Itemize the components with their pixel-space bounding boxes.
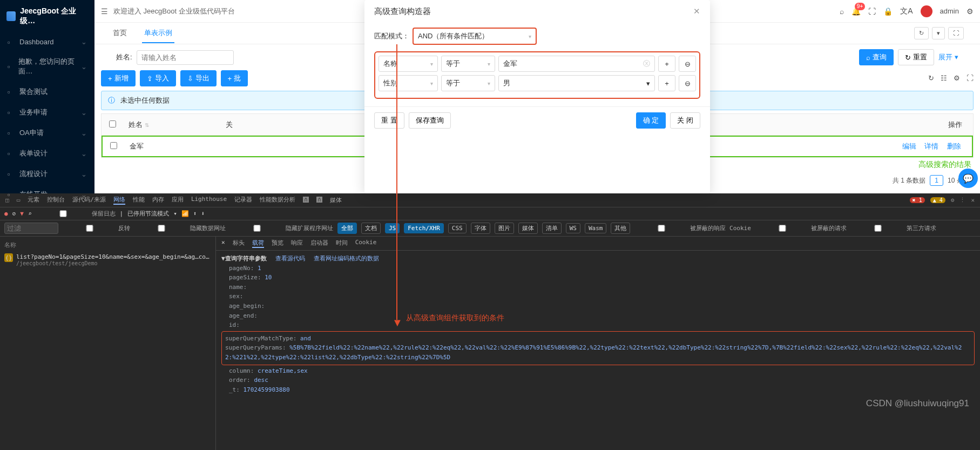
type-ws[interactable]: WS bbox=[566, 223, 580, 233]
fullscreen-icon[interactable]: ⛶ bbox=[868, 7, 876, 16]
detail-tab[interactable]: 启动器 bbox=[310, 239, 328, 248]
detail-link[interactable]: 详情 bbox=[924, 142, 938, 150]
add-condition-button[interactable]: + bbox=[658, 75, 675, 91]
condition-field-select[interactable]: 名称▾ bbox=[379, 56, 438, 72]
select-all-checkbox[interactable] bbox=[109, 120, 116, 127]
type-other[interactable]: 其他 bbox=[611, 223, 630, 234]
download-icon[interactable]: ⬇ bbox=[201, 210, 205, 217]
pager-current[interactable]: 1 bbox=[930, 175, 943, 186]
clear-icon[interactable]: ⊘ bbox=[12, 210, 16, 217]
username[interactable]: admin bbox=[940, 7, 959, 15]
condition-value-input[interactable]: 金军ⓧ bbox=[498, 56, 655, 72]
invert-checkbox[interactable]: 反转 bbox=[63, 224, 130, 232]
modal-save-button[interactable]: 保存查询 bbox=[409, 112, 451, 129]
devtools-settings-icon[interactable]: ⚙ bbox=[951, 197, 955, 204]
condition-op-select[interactable]: 等于▾ bbox=[441, 56, 495, 72]
edit-link[interactable]: 编辑 bbox=[902, 142, 916, 150]
preserve-log-checkbox[interactable]: 保留日志 bbox=[36, 210, 116, 218]
modal-ok-button[interactable]: 确 定 bbox=[636, 112, 666, 129]
query-button[interactable]: ⌕ 查询 bbox=[859, 49, 894, 65]
tab[interactable]: 单表示例 bbox=[142, 24, 174, 43]
wifi-icon[interactable]: 📶 bbox=[181, 210, 189, 217]
sort-icon[interactable]: ⇅ bbox=[145, 122, 149, 128]
refresh-icon[interactable]: ↻ bbox=[928, 74, 934, 83]
type-css[interactable]: CSS bbox=[448, 223, 467, 233]
sidebar-logo[interactable]: JeecgBoot 企业级… bbox=[0, 0, 94, 32]
tab-dropdown[interactable]: ▾ bbox=[932, 27, 945, 39]
devtools-close-icon[interactable]: ✕ bbox=[971, 197, 975, 204]
devtools-tab[interactable]: 源代码/来源 bbox=[72, 196, 106, 205]
sidebar-item[interactable]: ▫抱歉，您访问的页面…⌄ bbox=[0, 51, 94, 82]
search-network-icon[interactable]: ⌕ bbox=[28, 210, 32, 217]
detail-tab[interactable]: 响应 bbox=[291, 239, 303, 248]
settings-icon[interactable]: ⚙ bbox=[954, 74, 960, 83]
devtools-tab[interactable]: 内存 bbox=[152, 196, 164, 205]
chat-bubble[interactable]: 💬 bbox=[958, 169, 978, 188]
device-icon[interactable]: ▭ bbox=[17, 197, 21, 204]
gear-icon[interactable]: ⚙ bbox=[967, 7, 974, 16]
refresh-button[interactable]: ↻ bbox=[914, 27, 929, 39]
sidebar-item[interactable]: ▫OA申请⌄ bbox=[0, 123, 94, 143]
import-button[interactable]: ⇪ 导入 bbox=[140, 70, 176, 86]
error-badge[interactable]: ✖ 1 bbox=[910, 197, 925, 203]
detail-tab[interactable]: 预览 bbox=[272, 239, 283, 248]
third-party-checkbox[interactable]: 第三方请求 bbox=[851, 224, 936, 232]
expand-link[interactable]: 展开 ▾ bbox=[938, 52, 958, 62]
type-manifest[interactable]: 清单 bbox=[542, 223, 562, 234]
blocked-req-checkbox[interactable]: 被屏蔽的请求 bbox=[755, 224, 847, 232]
detail-tab[interactable]: 载荷 bbox=[252, 239, 264, 248]
avatar[interactable] bbox=[921, 5, 932, 17]
recorder-icon[interactable]: 🅰 bbox=[303, 197, 309, 204]
add-button[interactable]: + 新增 bbox=[101, 70, 136, 86]
devtools-tab[interactable]: 网络 bbox=[113, 196, 125, 205]
condition-op-select[interactable]: 等于▾ bbox=[441, 75, 495, 91]
col-name[interactable]: 姓名 bbox=[129, 120, 143, 129]
close-icon[interactable]: ✕ bbox=[693, 6, 700, 17]
row-checkbox[interactable] bbox=[110, 142, 117, 149]
detail-tab[interactable]: Cookie bbox=[355, 239, 377, 248]
type-img[interactable]: 图片 bbox=[495, 223, 514, 234]
match-mode-select[interactable]: AND（所有条件匹配）▾ bbox=[413, 28, 537, 45]
modal-reset-button[interactable]: 重 置 bbox=[374, 112, 404, 129]
warn-badge[interactable]: ▲ 4 bbox=[930, 197, 945, 203]
detail-close-icon[interactable]: ✕ bbox=[221, 239, 225, 248]
export-button[interactable]: ⇩ 导出 bbox=[180, 70, 217, 86]
bell-icon[interactable]: 🔔9+ bbox=[851, 7, 861, 16]
density-icon[interactable]: ☷ bbox=[941, 74, 947, 83]
devtools-tab[interactable]: Lighthouse bbox=[191, 196, 227, 205]
record-icon[interactable]: ● bbox=[4, 210, 8, 217]
delete-link[interactable]: 删除 bbox=[947, 142, 961, 150]
condition-value-input[interactable]: 男▾ bbox=[498, 75, 655, 91]
remove-condition-button[interactable]: ⊖ bbox=[679, 56, 696, 72]
devtools-tab[interactable]: 性能 bbox=[133, 196, 145, 205]
sidebar-item[interactable]: ▫Dashboard⌄ bbox=[0, 32, 94, 51]
lock-icon[interactable]: 🔒 bbox=[883, 7, 893, 16]
sidebar-item[interactable]: ▫业务申请⌄ bbox=[0, 102, 94, 123]
type-doc[interactable]: 文档 bbox=[361, 223, 381, 234]
condition-field-select[interactable]: 性别▾ bbox=[379, 75, 438, 91]
sidebar-item[interactable]: ▫聚合测试 bbox=[0, 82, 94, 102]
hide-ext-checkbox[interactable]: 隐藏扩展程序网址 bbox=[230, 224, 333, 232]
type-all[interactable]: 全部 bbox=[337, 223, 357, 234]
clear-icon[interactable]: ⓧ bbox=[643, 59, 650, 69]
sidebar-item[interactable]: ▫表单设计⌄ bbox=[0, 143, 94, 164]
throttle-select[interactable]: 已停用节流模式 bbox=[127, 210, 169, 218]
hide-data-checkbox[interactable]: 隐藏数据网址 bbox=[134, 224, 226, 232]
fullscreen-table-icon[interactable]: ⛶ bbox=[967, 74, 974, 83]
modal-close-button[interactable]: 关 闭 bbox=[670, 112, 700, 129]
perf-icon[interactable]: 🅰 bbox=[316, 197, 322, 204]
add-condition-button[interactable]: + bbox=[658, 56, 675, 72]
remove-condition-button[interactable]: ⊖ bbox=[679, 75, 696, 91]
request-item[interactable]: {} list?pageNo=1&pageSize=10&name=&sex=&… bbox=[3, 251, 212, 268]
blocked-cookie-checkbox[interactable]: 被屏蔽的响应 Cookie bbox=[634, 224, 751, 232]
reset-button[interactable]: ↻ 重置 bbox=[898, 49, 934, 65]
tab-expand[interactable]: ⛶ bbox=[948, 27, 964, 39]
devtools-tab[interactable]: 性能数据分析 bbox=[260, 196, 295, 205]
sidebar-item[interactable]: ▫流程设计⌄ bbox=[0, 164, 94, 184]
name-input[interactable] bbox=[137, 50, 234, 65]
type-font[interactable]: 字体 bbox=[471, 223, 490, 234]
devtools-more-icon[interactable]: ⋮ bbox=[959, 197, 965, 204]
devtools-tab[interactable]: 控制台 bbox=[47, 196, 65, 205]
collapse-icon[interactable]: ☰ bbox=[101, 7, 108, 16]
view-urlencoded-link[interactable]: 查看网址编码格式的数据 bbox=[314, 254, 379, 264]
